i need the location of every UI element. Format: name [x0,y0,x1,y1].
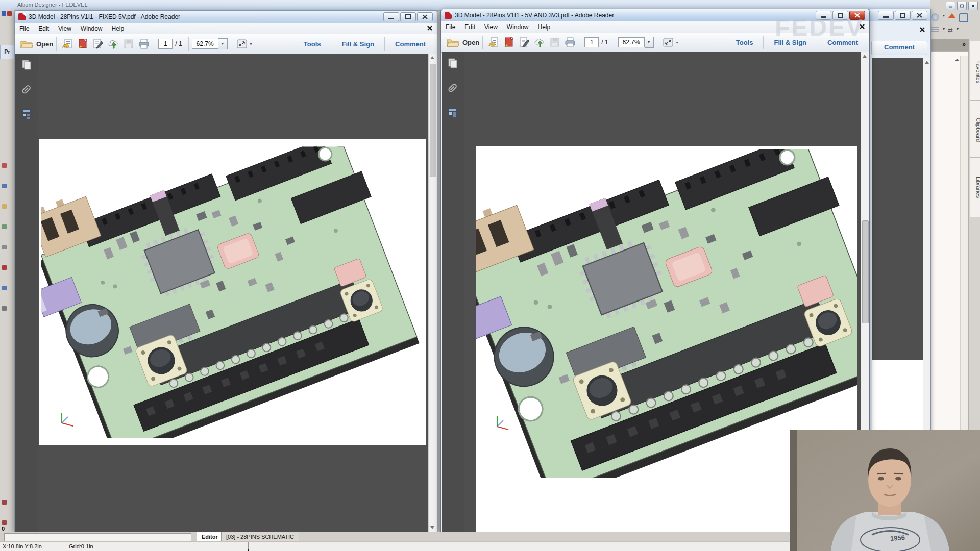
swap-tool-icon[interactable]: ⇄ [948,27,953,34]
minimize-button[interactable] [946,2,955,10]
comment-button[interactable]: Comment [871,41,927,55]
send-file-button[interactable] [487,36,500,48]
minimize-button[interactable] [878,11,894,20]
horizontal-scrollbar[interactable] [4,533,191,542]
menu-window[interactable]: Window [76,23,107,34]
pcb-3d-model[interactable] [41,143,423,441]
print-button[interactable] [564,36,577,48]
document-close-icon[interactable] [427,25,433,31]
dropdown-arrow-icon[interactable]: ▾ [943,27,945,34]
zoom-level-input[interactable]: 62.7% [192,39,218,49]
send-file-button[interactable] [61,38,74,50]
close-button[interactable] [849,11,865,20]
scrollbar-thumb[interactable] [430,64,436,177]
list-tool-icon[interactable] [931,27,939,33]
vertical-scrollbar[interactable] [428,54,436,532]
open-button[interactable]: Open [446,37,479,48]
tool-icon[interactable] [2,286,7,290]
attachments-paperclip-icon[interactable] [20,83,33,95]
forward-nav-icon[interactable] [931,13,939,21]
minimize-button[interactable] [383,12,399,21]
axis-triad-icon [490,411,513,435]
pdf-file-icon [445,12,452,19]
zoom-dropdown-button[interactable]: ▾ [218,38,228,49]
sign-button[interactable] [91,38,105,50]
tab-editor[interactable]: Editor [197,532,223,542]
zoom-level-input[interactable]: 62.7% [618,37,645,47]
home-icon[interactable] [948,13,956,18]
panel-overflow-strip[interactable]: » [930,39,969,51]
scrollbar-thumb[interactable] [862,220,869,323]
tools-button[interactable]: Tools [729,39,761,46]
create-pdf-button[interactable] [502,36,516,48]
fit-page-button[interactable] [662,36,675,48]
maximize-button[interactable] [400,12,416,21]
maximize-button[interactable] [832,11,848,20]
tab-schematic[interactable]: [03] - 28PINS SCHEMATIC [221,532,299,542]
comment-button[interactable]: Comment [820,39,865,46]
print-button[interactable] [137,38,151,50]
dropdown-arrow-icon[interactable]: ▾ [943,13,945,22]
document-close-icon[interactable] [919,27,925,33]
save-button[interactable] [548,36,561,48]
toolbar-overflow-icon[interactable]: ▾ [250,42,252,46]
presenter-person [790,430,980,551]
menu-edit[interactable]: Edit [460,22,480,33]
page-number-input[interactable]: 1 [158,39,173,49]
panel-tab-clipboard[interactable]: Clipboard [970,100,980,160]
tool-icon[interactable] [2,163,7,168]
scroll-up-icon[interactable] [955,59,959,61]
tools-button[interactable]: Tools [297,40,328,48]
document-close-icon[interactable] [859,23,865,30]
maximize-button[interactable] [895,11,911,20]
comment-button[interactable]: Comment [388,40,433,48]
maximize-button[interactable] [957,2,967,10]
menu-edit[interactable]: Edit [34,23,54,34]
save-button[interactable] [122,38,135,50]
tool-icon[interactable] [2,204,7,209]
tool-icon[interactable] [2,184,7,188]
menu-view[interactable]: View [54,23,76,34]
upload-cloud-button[interactable] [107,38,120,50]
menu-help[interactable]: Help [107,23,129,34]
projects-panel-tab[interactable]: Pr [0,45,14,59]
tool-icon[interactable] [2,500,7,505]
sync-icon[interactable] [959,13,968,22]
menu-help[interactable]: Help [533,22,555,33]
fit-page-button[interactable] [235,38,249,50]
model-tree-icon[interactable] [447,106,459,118]
zoom-dropdown-button[interactable]: ▾ [645,37,654,48]
open-button[interactable]: Open [20,38,53,49]
page-thumbnails-icon[interactable] [20,59,33,71]
toolbar-overflow-icon[interactable]: ▾ [676,40,678,45]
pcb-3d-model[interactable] [476,149,857,478]
attachments-paperclip-icon[interactable] [447,82,459,94]
titlebar[interactable]: 3D Model - 28Pins V1I1 - 5V AND 3V3.pdf … [441,9,869,21]
model-tree-icon[interactable] [20,108,33,120]
tool-icon[interactable] [2,520,7,525]
fill-sign-button[interactable]: Fill & Sign [334,40,381,48]
close-button[interactable] [417,12,433,21]
menu-file[interactable]: File [441,22,460,33]
close-button[interactable] [912,11,927,20]
tool-icon[interactable] [2,306,7,311]
tool-icon[interactable] [2,224,7,229]
sign-button[interactable] [518,36,531,48]
tool-icon[interactable] [2,245,7,249]
panel-tab-libraries[interactable]: Libraries [970,157,980,217]
upload-cloud-button[interactable] [533,36,546,48]
tool-icon[interactable] [2,265,7,270]
overflow-chevron[interactable]: » [962,41,966,48]
panel-tab-favorites[interactable]: Favorites [970,41,980,103]
page-number-input[interactable]: 1 [584,37,599,47]
close-button[interactable] [968,2,978,10]
page-thumbnails-icon[interactable] [447,57,459,69]
dropdown-arrow-icon[interactable]: ▾ [957,27,959,34]
menu-file[interactable]: File [15,23,34,34]
titlebar[interactable]: 3D Model - 28Pins V1I1 - FIXED 5V.pdf - … [15,11,437,23]
create-pdf-button[interactable] [76,38,89,50]
menu-window[interactable]: Window [502,22,533,33]
minimize-button[interactable] [816,11,831,20]
fill-sign-button[interactable]: Fill & Sign [767,39,814,46]
menu-view[interactable]: View [480,22,502,33]
